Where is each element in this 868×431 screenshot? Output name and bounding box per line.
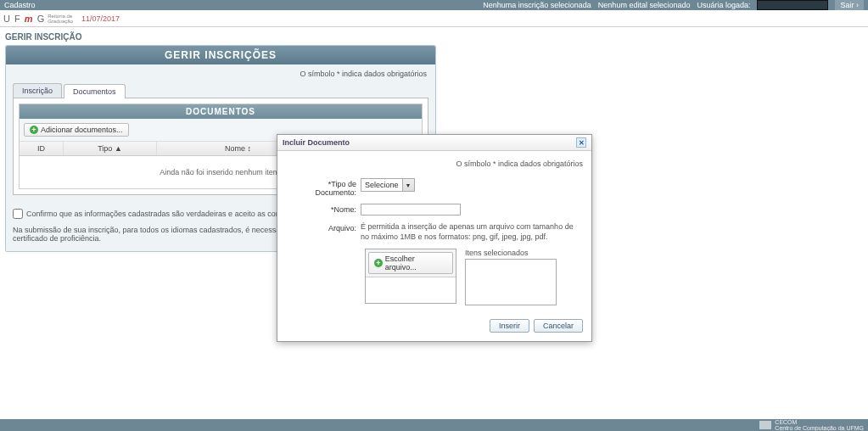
col-tipo[interactable]: Tipo ▲: [64, 142, 157, 155]
logo: U F m G Reitoria de Graduação: [3, 14, 73, 24]
panel-header: GERIR INSCRIÇÕES: [6, 46, 435, 64]
usuario-label: Usuária logada:: [697, 1, 750, 9]
page-title: GERIR INSCRIÇÃO: [0, 27, 868, 45]
selected-items-label: Itens selecionados: [465, 249, 557, 252]
close-icon[interactable]: ✕: [576, 137, 586, 148]
confirm-checkbox[interactable]: [13, 209, 23, 219]
col-id[interactable]: ID: [20, 142, 64, 155]
nome-input[interactable]: [361, 204, 461, 216]
nome-label: *Nome:: [286, 204, 361, 214]
top-nav: Cadastro Nenhuma inscrição selecionada N…: [0, 0, 868, 10]
add-documents-button[interactable]: + Adicionar documentos...: [24, 123, 129, 137]
tabs: Inscrição Documentos: [13, 83, 428, 98]
sair-button[interactable]: Sair ›: [835, 0, 864, 10]
tipo-label: *Tipo de Documento:: [286, 178, 361, 197]
no-inscricao-label: Nenhuma inscrição selecionada: [483, 1, 591, 9]
usuario-field: [757, 0, 828, 10]
arquivo-hint: É permitida a inserção de apenas um arqu…: [361, 222, 583, 242]
header-bar: U F m G Reitoria de Graduação 11/07/2017: [0, 10, 868, 27]
date-text: 11/07/2017: [81, 14, 120, 23]
menu-cadastro[interactable]: Cadastro: [4, 1, 36, 9]
tab-inscricao[interactable]: Inscrição: [13, 83, 62, 98]
no-edital-label: Nenhum edital selecionado: [598, 1, 691, 9]
modal-title: Incluir Documento: [283, 138, 350, 147]
documents-header: DOCUMENTOS: [20, 104, 422, 119]
chevron-down-icon: ▼: [402, 179, 414, 191]
tab-documentos[interactable]: Documentos: [64, 84, 126, 98]
modal-incluir-documento: Incluir Documento ✕ O símbolo * indica d…: [277, 134, 592, 252]
plus-icon: +: [30, 126, 38, 134]
tipo-select[interactable]: Selecione ▼: [361, 178, 415, 192]
arquivo-label: Arquivo:: [286, 222, 361, 232]
modal-required-hint: O símbolo * indica dados obrigatórios: [286, 160, 583, 168]
required-hint: O símbolo * indica dados obrigatórios: [6, 64, 435, 83]
file-upload-box: + Escolher arquivo...: [365, 249, 456, 252]
modal-title-bar: Incluir Documento ✕: [277, 135, 591, 151]
